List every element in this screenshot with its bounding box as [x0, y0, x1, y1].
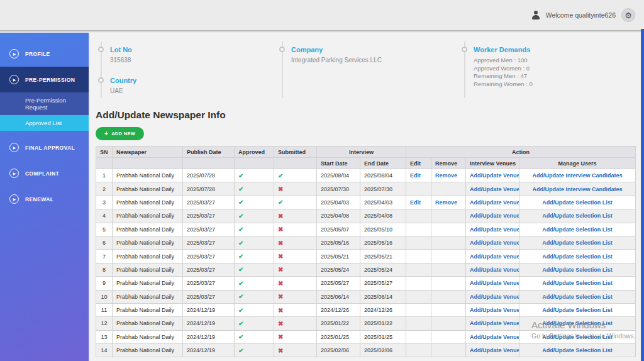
cell-manage-users: Add/Update Selection List	[519, 196, 636, 209]
check-icon: ✔	[238, 280, 243, 287]
cell-manage-users: Add/Update Selection List	[519, 250, 636, 263]
submitted-status: ✖	[274, 236, 317, 249]
cell-edit	[406, 303, 431, 316]
manage-users-link[interactable]: Add/Update Selection List	[542, 199, 613, 206]
manage-users-link[interactable]: Add/Update Selection List	[542, 240, 613, 246]
add-update-venue-link[interactable]: Add/Update Venue	[470, 320, 519, 326]
cell-remove	[431, 344, 466, 357]
add-update-venue-link[interactable]: Add/Update Venue	[470, 267, 519, 273]
remove-link[interactable]: Remove	[435, 172, 457, 179]
cell-start-date: 2025/04/03	[317, 196, 360, 209]
cell-interview-venue: Add/Update Venue	[466, 250, 519, 263]
sidebar-item-label: FINAL APPROVAL	[25, 145, 75, 151]
add-update-venue-link[interactable]: Add/Update Venue	[470, 172, 519, 179]
sidebar-item-complaint[interactable]: ▶ COMPLAINT	[0, 160, 89, 186]
remove-link[interactable]: Remove	[435, 199, 457, 206]
cell-edit	[406, 344, 431, 357]
submitted-status: ✖	[274, 223, 317, 236]
submitted-status: ✖	[274, 263, 317, 276]
check-icon: ✔	[238, 253, 243, 260]
approved-status: ✔	[235, 236, 274, 249]
cell-manage-users: Add/Update Selection List	[519, 303, 636, 316]
add-update-venue-link[interactable]: Add/Update Venue	[470, 347, 519, 353]
cell-publish-date: 2025/03/27	[183, 196, 235, 209]
manage-users-link[interactable]: Add/Update Selection List	[542, 347, 613, 353]
manage-users-link[interactable]: Add/Update Selection List	[542, 294, 613, 300]
sidebar-item-renewal[interactable]: ▶ RENEWAL	[0, 186, 89, 212]
add-update-venue-link[interactable]: Add/Update Venue	[470, 334, 519, 340]
add-update-venue-link[interactable]: Add/Update Venue	[470, 199, 519, 206]
submitted-status: ✖	[274, 277, 317, 290]
approved-status: ✔	[235, 317, 274, 330]
table-row: 7 Prabhab National Daily 2025/03/27 ✔ ✖ …	[96, 250, 636, 263]
cell-end-date: 2024/12/26	[360, 303, 406, 316]
add-update-venue-link[interactable]: Add/Update Venue	[470, 280, 519, 286]
sidebar-item-profile[interactable]: ▶ PROFILE	[0, 41, 89, 67]
submitted-status: ✔	[274, 196, 317, 209]
remaining-women-value: Remaining Women : 0	[474, 81, 533, 89]
cell-interview-venue: Add/Update Venue	[466, 223, 519, 236]
manage-users-link[interactable]: Add/Update Selection List	[542, 267, 613, 273]
sidebar-item-final-approval[interactable]: ▶ FINAL APPROVAL	[0, 135, 89, 160]
manage-users-link[interactable]: Add/Update Interview Candidates	[533, 186, 623, 192]
timeline-bullet	[98, 47, 104, 52]
worker-demands-label: Worker Demands	[474, 46, 530, 53]
col-header-newspaper: Newspaper	[113, 147, 183, 158]
cell-remove	[431, 236, 466, 249]
manage-users-link[interactable]: Add/Update Selection List	[542, 253, 613, 260]
manage-users-link[interactable]: Add/Update Interview Candidates	[533, 172, 623, 179]
cell-interview-venue: Add/Update Venue	[466, 182, 519, 196]
add-update-venue-link[interactable]: Add/Update Venue	[470, 213, 519, 219]
cell-publish-date: 2025/03/27	[183, 209, 235, 223]
edit-link[interactable]: Edit	[410, 172, 421, 179]
sidebar-subitem-approved-list[interactable]: Approved List	[0, 115, 89, 131]
company-value: Integrated Parking Services LLC	[291, 57, 382, 64]
cell-end-date: 2025/05/21	[360, 250, 406, 263]
add-update-venue-link[interactable]: Add/Update Venue	[470, 294, 519, 300]
cross-icon: ✖	[278, 280, 283, 287]
approved-status: ✔	[235, 290, 274, 303]
cell-sn: 7	[96, 250, 113, 263]
sidebar-item-pre-permission[interactable]: ▶ PRE-PERMISSION	[0, 67, 89, 92]
manage-users-link[interactable]: Add/Update Selection List	[542, 226, 613, 233]
sidebar-subitem-pre-permission-request[interactable]: Pre-Permission Request	[0, 92, 89, 115]
cell-newspaper: Prabhab National Daily	[113, 330, 183, 343]
manage-users-link[interactable]: Add/Update Selection List	[542, 213, 613, 219]
timeline-bullet	[462, 47, 467, 52]
submitted-status: ✖	[274, 290, 317, 303]
lot-no-label: Lot No	[110, 46, 132, 53]
add-update-venue-link[interactable]: Add/Update Venue	[470, 307, 519, 313]
add-update-venue-link[interactable]: Add/Update Venue	[470, 240, 519, 246]
cell-edit	[406, 330, 431, 343]
sidebar-item-label: RENEWAL	[25, 196, 53, 203]
play-circle-icon: ▶	[9, 49, 19, 58]
cell-manage-users: Add/Update Selection List	[519, 330, 636, 343]
add-new-button[interactable]: + ADD NEW	[96, 127, 144, 140]
cell-sn: 4	[96, 209, 113, 223]
cell-manage-users: Add/Update Selection List	[519, 277, 636, 290]
add-update-venue-link[interactable]: Add/Update Venue	[470, 226, 519, 233]
submitted-status: ✖	[274, 250, 317, 263]
add-update-venue-link[interactable]: Add/Update Venue	[470, 253, 519, 260]
cell-sn: 13	[96, 330, 113, 343]
table-row: 12 Prabhab National Daily 2024/12/19 ✔ ✖…	[96, 317, 636, 330]
manage-users-link[interactable]: Add/Update Selection List	[542, 280, 613, 286]
timeline-bullet	[279, 47, 285, 52]
cell-sn: 2	[96, 182, 113, 196]
add-update-venue-link[interactable]: Add/Update Venue	[470, 186, 519, 192]
col-group-action: Action	[406, 147, 636, 158]
manage-users-link[interactable]: Add/Update Selection List	[542, 320, 613, 326]
manage-users-link[interactable]: Add/Update Selection List	[542, 307, 613, 313]
edit-link[interactable]: Edit	[410, 199, 421, 206]
cross-icon: ✖	[278, 226, 283, 233]
cell-newspaper: Prabhab National Daily	[113, 290, 183, 303]
check-icon: ✔	[238, 293, 243, 300]
manage-users-link[interactable]: Add/Update Selection List	[542, 334, 613, 340]
table-row: 13 Prabhab National Daily 2024/12/19 ✔ ✖…	[96, 330, 636, 343]
settings-gear-button[interactable]: ⚙	[621, 8, 635, 22]
remaining-men-value: Remaining Men : 47	[474, 72, 533, 81]
cell-manage-users: Add/Update Interview Candidates	[519, 182, 636, 196]
cell-start-date: 2024/12/26	[317, 303, 360, 316]
play-circle-icon: ▶	[9, 169, 19, 178]
cell-publish-date: 2025/03/27	[183, 263, 235, 276]
